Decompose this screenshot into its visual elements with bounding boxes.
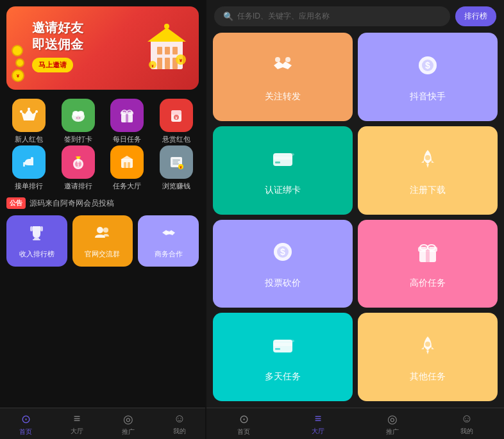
svg-rect-76 (275, 340, 294, 342)
invite-banner[interactable]: ¥ 邀请好友 即送佣金 马上邀请 (6, 6, 199, 90)
task-card-tiktok[interactable]: $ 抖音快手 (358, 33, 498, 121)
task-card-register[interactable]: 注册下载 (358, 126, 498, 215)
register-icon (414, 145, 442, 178)
hall-nav-icon: ≡ (74, 412, 81, 426)
icon-box-checkin (62, 99, 95, 132)
icon-label-daily: 每日任务 (113, 135, 141, 144)
browse-icon: ¥ (168, 154, 185, 170)
vote-label: 投票砍价 (265, 277, 301, 289)
search-icon: 🔍 (223, 12, 233, 21)
icon-item-browse-earn[interactable]: ¥ 浏览赚钱 (154, 145, 199, 191)
icon-box-task-hall (110, 145, 144, 179)
left-nav-hall[interactable]: ≡ 大厅 (51, 412, 103, 436)
svg-point-55 (275, 57, 280, 62)
task-card-follow-share[interactable]: 关注转发 (213, 33, 353, 121)
icon-label-task-hall: 任务大厅 (113, 181, 141, 191)
svg-rect-49 (40, 226, 43, 231)
coin-task-icon: $ (414, 51, 442, 79)
search-input-wrap[interactable]: 🔍 任务ID、关键字、应用名称 (214, 6, 450, 26)
svg-rect-62 (275, 162, 280, 163)
icon-item-newbie[interactable]: 新人红包 (6, 99, 52, 144)
banner-decoration-icon: ¥ ¥ (141, 15, 192, 79)
icon-box-browse-earn: ¥ (160, 145, 193, 179)
svg-point-54 (165, 231, 172, 235)
svg-rect-5 (165, 58, 170, 69)
right-hall-nav-label: 大厅 (312, 427, 324, 436)
svg-point-77 (425, 342, 430, 347)
task-card-other[interactable]: 其他任务 (358, 313, 498, 401)
left-nav-home[interactable]: ⊙ 首页 (0, 412, 51, 436)
svg-text:$: $ (425, 60, 430, 70)
handshake-svg (160, 224, 178, 242)
right-nav-home[interactable]: ⊙ 首页 (206, 412, 281, 436)
svg-rect-4 (157, 58, 162, 69)
notice-badge: 公告 (6, 197, 26, 209)
pig-icon (69, 106, 87, 124)
icon-label-checkin: 签到打卡 (64, 135, 92, 144)
svg-marker-37 (76, 156, 81, 159)
right-mine-nav-label: 我的 (460, 427, 473, 436)
svg-point-8 (164, 24, 169, 29)
official-group-card[interactable]: 官网交流群 (72, 215, 133, 267)
svg-point-14 (28, 108, 30, 110)
other-label: 其他任务 (410, 371, 446, 383)
icon-item-invite-rank[interactable]: 1 邀请排行 (56, 145, 101, 191)
income-rank-label: 收入排行榜 (19, 249, 55, 259)
rank-button[interactable]: 排行榜 (455, 6, 496, 26)
banner-invite-button[interactable]: 马上邀请 (32, 58, 73, 72)
task-card-vote[interactable]: $ 投票砍价 (213, 220, 353, 308)
tiktok-label: 抖音快手 (410, 91, 446, 103)
svg-rect-1 (157, 47, 162, 54)
task-card-multi-day[interactable]: 多天任务 (213, 313, 353, 401)
thumbup-icon (21, 154, 37, 170)
left-nav-promote[interactable]: ◎ 推广 (103, 412, 154, 436)
handshake-icon (160, 224, 178, 245)
icon-item-daily[interactable]: 每日任务 (105, 99, 150, 144)
right-promote-nav-icon: ◎ (387, 412, 398, 426)
multi-day-icon (269, 331, 297, 365)
icon-grid-row2: 接单排行 1 邀请排行 (0, 145, 205, 195)
income-rank-card[interactable]: 收入排行榜 (6, 215, 67, 267)
icon-item-task-hall[interactable]: 任务大厅 (105, 145, 150, 191)
gift-task-icon (414, 238, 442, 266)
task-card-high-task[interactable]: 高价任务 (358, 220, 498, 308)
vote-icon: $ (269, 238, 297, 271)
svg-point-56 (285, 57, 290, 62)
right-nav-hall[interactable]: ≡ 大厅 (281, 412, 355, 436)
high-task-label: 高价任务 (410, 277, 446, 289)
svg-rect-32 (23, 162, 25, 167)
business-card[interactable]: 商务合作 (138, 215, 199, 267)
card-task-icon (269, 145, 297, 173)
svg-rect-51 (33, 239, 40, 240)
multiday-task-icon (269, 331, 297, 360)
svg-marker-7 (147, 28, 186, 42)
svg-text:$: $ (280, 247, 285, 257)
hall-icon (119, 154, 135, 170)
icon-label-newbie: 新人红包 (15, 135, 43, 144)
icon-label-reward: 悬赏红包 (162, 135, 190, 144)
icon-label-browse-earn: 浏览赚钱 (162, 181, 190, 191)
right-panel: 🔍 任务ID、关键字、应用名称 排行榜 关注转发 (206, 0, 504, 439)
left-bottom-nav: ⊙ 首页 ≡ 大厅 ◎ 推广 ☺ 我的 (0, 408, 205, 439)
left-nav-mine[interactable]: ☺ 我的 (154, 412, 205, 436)
home-nav-icon: ⊙ (21, 412, 31, 426)
right-bottom-nav: ⊙ 首页 ≡ 大厅 ◎ 推广 ☺ 我的 (206, 408, 504, 439)
icon-item-checkin[interactable]: 签到打卡 (56, 99, 101, 144)
task-card-bind-card[interactable]: 认证绑卡 (213, 126, 353, 215)
right-nav-mine[interactable]: ☺ 我的 (430, 412, 504, 436)
icon-item-order-rank[interactable]: 接单排行 (6, 145, 52, 191)
promote-nav-label: 推广 (122, 427, 135, 436)
medal-icon: 1 (70, 154, 87, 170)
trophy-icon (28, 224, 46, 245)
icon-item-reward[interactable]: ¥ 悬赏红包 (154, 99, 199, 144)
icon-box-daily (110, 99, 144, 132)
svg-text:1: 1 (77, 163, 80, 167)
svg-rect-44 (172, 162, 178, 163)
banner-text-block: 邀请好友 即送佣金 马上邀请 (32, 19, 83, 72)
svg-rect-29 (171, 110, 181, 115)
other-rocket-icon (414, 331, 442, 360)
group-svg (94, 224, 112, 242)
group-icon (94, 224, 112, 245)
svg-point-19 (78, 111, 84, 116)
right-nav-promote[interactable]: ◎ 推广 (355, 412, 430, 436)
